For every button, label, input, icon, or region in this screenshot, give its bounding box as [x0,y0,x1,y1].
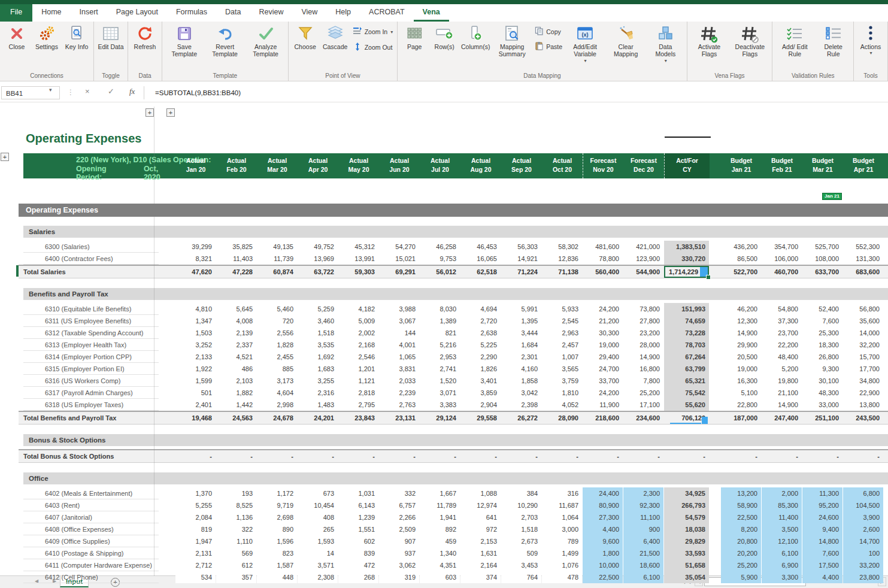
cell[interactable]: 35,600 [843,315,883,327]
cell[interactable]: 2,818 [338,387,378,399]
cell[interactable]: 3,383 [420,399,460,411]
column-header-budget-mar-21[interactable]: BudgetMar 21 [802,153,843,178]
cell[interactable]: 2,698 [257,511,297,523]
cell[interactable]: 13,800 [843,399,883,411]
cell[interactable]: 55,620 [664,399,709,411]
cell[interactable]: 22,900 [843,387,883,399]
cell[interactable]: 7,600 [802,315,842,327]
cell[interactable]: 11,100 [623,511,663,523]
cell[interactable]: 123,900 [623,253,663,265]
cell[interactable]: 5,100 [721,387,761,399]
add-edit-rule-button[interactable]: Add/ Edit Rule [774,22,815,58]
cell[interactable]: 2,904 [460,399,501,411]
cell[interactable]: 243,500 [843,412,883,424]
cell[interactable]: 2,638 [460,327,501,339]
cell[interactable]: 17,700 [843,363,883,375]
cell[interactable]: 1,064 [542,511,582,523]
column-header-budget-jan-21[interactable]: BudgetJan 21 [721,153,762,178]
cell[interactable]: 1,383,510 [664,241,709,253]
cell[interactable]: 319 [379,571,419,583]
cell[interactable]: 2,401 [175,399,216,411]
cell[interactable]: 63,722 [298,266,338,278]
data-models-button[interactable]: Data Models▾ [646,22,685,63]
cell[interactable]: - [762,450,802,462]
cell[interactable]: 4,008 [216,315,256,327]
cell[interactable]: 459 [420,535,460,547]
cell[interactable]: 151,993 [664,303,709,315]
cell[interactable]: 448 [257,571,297,583]
cell[interactable]: 6,400 [623,535,663,547]
cell[interactable]: 907 [379,535,419,547]
column-header-budget-apr-21[interactable]: BudgetApr 21 [843,153,884,178]
cell[interactable]: 56,800 [843,303,883,315]
cell[interactable]: 1,684 [501,339,541,351]
cell[interactable]: 63,799 [664,363,709,375]
cell[interactable]: 706,129 [664,412,709,424]
cell[interactable]: 46,258 [420,241,460,253]
cell[interactable]: 2,337 [216,339,256,351]
tab-home[interactable]: Home [32,4,70,22]
cell[interactable]: 2,963 [542,327,582,339]
cell[interactable]: 32,200 [843,339,883,351]
cell[interactable]: 14,800 [802,535,842,547]
cell[interactable]: 187,000 [721,412,761,424]
column-s-button[interactable]: Column(s) [459,22,492,50]
cell[interactable]: 56,012 [420,266,460,278]
column-header-actual-oct-20[interactable]: ActualOct 20 [542,153,583,178]
cell[interactable]: 641 [460,511,501,523]
cell[interactable]: 1,599 [175,375,216,387]
cell[interactable]: 19,800 [762,375,802,387]
cell[interactable]: 10,454 [298,499,338,511]
cell[interactable]: 56,303 [501,241,541,253]
cell[interactable]: 20,200 [721,547,761,559]
cell[interactable]: 4,351 [420,559,460,571]
cell[interactable]: 5,645 [216,303,256,315]
cell[interactable]: 247,400 [762,412,802,424]
cell[interactable]: 544,900 [623,266,663,278]
cell[interactable]: 52,400 [802,303,842,315]
cascade-button[interactable]: Cascade [320,22,350,50]
cell[interactable]: 266,793 [664,499,709,511]
cell[interactable]: 3,759 [542,375,582,387]
cell[interactable]: 6,143 [338,499,378,511]
account-row-label[interactable]: 6311 (US Employee Benefits) [19,315,175,327]
delete-rule-button[interactable]: Delete Rule [815,22,851,58]
cell[interactable]: 14,700 [843,535,883,547]
cell[interactable]: 1,076 [542,559,582,571]
cell[interactable]: 73,228 [664,327,709,339]
cell[interactable]: 1,340 [420,547,460,559]
cell[interactable]: 1,370 [175,487,216,499]
cell[interactable]: 5,460 [257,303,297,315]
cell[interactable]: 602 [338,535,378,547]
cell[interactable]: 612 [216,559,256,571]
cell[interactable]: 33,700 [583,375,623,387]
cell[interactable]: 2,546 [338,351,378,363]
cell[interactable]: 819 [175,523,216,535]
cell[interactable]: 823 [257,547,297,559]
cell[interactable]: 51,658 [664,559,709,571]
cell[interactable]: 3,401 [460,375,501,387]
cell[interactable]: 3,042 [501,387,541,399]
cell[interactable]: 1,828 [257,339,297,351]
cell[interactable]: 1,518 [298,327,338,339]
cell[interactable]: 2,720 [460,315,501,327]
account-row-label[interactable]: 6410 (Postage & Shipping) [19,547,175,559]
column-header-actual-apr-20[interactable]: ActualApr 20 [298,153,338,178]
cell[interactable]: 900 [623,523,663,535]
cell[interactable]: 26,800 [802,351,842,363]
actions-button[interactable]: Actions▾ [856,22,886,56]
paste-button[interactable]: Paste [535,41,562,51]
cell[interactable]: 33,593 [664,547,709,559]
cell[interactable]: 3,300 [762,571,802,583]
total-row-label[interactable]: Total Salaries [19,266,175,278]
tab-review[interactable]: Review [250,4,292,22]
cell[interactable]: 24,700 [583,363,623,375]
tab-file[interactable]: File [0,4,32,22]
cell[interactable]: 12,836 [542,253,582,265]
cell[interactable]: 22,500 [583,571,623,583]
cell[interactable]: 2,133 [175,351,216,363]
cell[interactable]: 39,299 [175,241,216,253]
cell[interactable]: 534 [175,571,216,583]
cell[interactable]: 10,290 [501,499,541,511]
cell[interactable]: 4,694 [460,303,501,315]
